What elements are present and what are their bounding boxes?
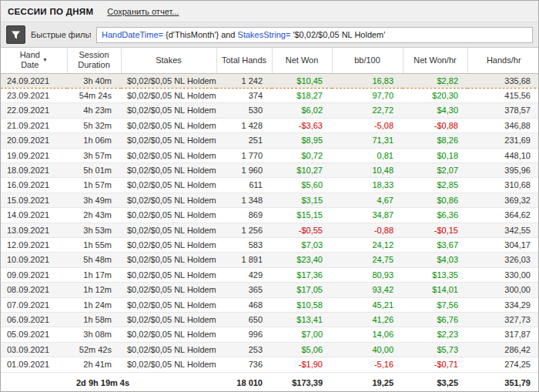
cell-net_won_hr: $4,03 [403, 253, 467, 267]
cell-net_won_hr: $20,30 [403, 88, 467, 102]
cell-duration: 1h 17m [67, 267, 121, 282]
cell-date: 18.09.2021 [1, 162, 67, 177]
cell-bb100: 14,06 [332, 327, 403, 342]
cell-date: 13.09.2021 [1, 223, 67, 237]
cell-duration: 2h 43m [67, 208, 121, 223]
cell-bb100: 80,93 [332, 267, 403, 282]
cell-duration: 1h 12m [67, 283, 121, 297]
cell-hands_hr: 274,25 [467, 357, 538, 372]
filter-expression-input[interactable]: HandDateTime= {d'ThisMonth'} and StakesS… [96, 27, 533, 43]
table-row[interactable]: 15.09.20213h 49m$0,02/$0,05 NL Holdem1 3… [1, 193, 538, 207]
column-header-5[interactable]: bb/100 [332, 48, 403, 73]
cell-date: 15.09.2021 [1, 193, 67, 207]
table-row[interactable]: 22.09.20214h 23m$0,02/$0,05 NL Holdem530… [1, 103, 538, 118]
cell-hands_hr: 415,56 [467, 88, 538, 102]
cell-bb100: 16,83 [332, 73, 403, 88]
table-row[interactable]: 01.09.20212h 41m$0,02/$0,05 NL Holdem736… [1, 357, 538, 372]
filter-button[interactable] [6, 25, 25, 44]
table-row[interactable]: 21.09.20215h 32m$0,02/$0,05 NL Holdem1 4… [1, 118, 538, 132]
totals-row: 2d 9h 19m 4s18 010$173,3919,25$3,25351,7… [1, 372, 538, 391]
table-row[interactable]: 16.09.20211h 57m$0,02/$0,05 NL Holdem611… [1, 178, 538, 193]
total-hands: 18 010 [216, 372, 272, 391]
cell-net_won: $0,72 [272, 148, 332, 162]
cell-stakes: $0,02/$0,05 NL Holdem [121, 73, 216, 88]
cell-bb100: 0,81 [332, 148, 403, 162]
save-report-link[interactable]: Сохранить отчет... [107, 7, 179, 16]
table-row[interactable]: 09.09.20211h 17m$0,02/$0,05 NL Holdem429… [1, 267, 538, 282]
total-bb100: 19,25 [332, 372, 403, 391]
table-row[interactable]: 13.09.20213h 53m$0,02/$0,05 NL Holdem1 2… [1, 223, 538, 237]
cell-hands_hr: 448,10 [467, 148, 538, 162]
column-header-1[interactable]: Session Duration [67, 48, 121, 73]
column-header-2[interactable]: Stakes [121, 48, 216, 73]
table-row[interactable]: 10.09.20215h 48m$0,02/$0,05 NL Holdem1 8… [1, 253, 538, 267]
cell-bb100: 34,87 [332, 208, 403, 223]
cell-net_won: $6,02 [272, 103, 332, 118]
column-header-4[interactable]: Net Won [272, 48, 332, 73]
table-row[interactable]: 08.09.20211h 12m$0,02/$0,05 NL Holdem365… [1, 283, 538, 297]
cell-duration: 1h 55m [67, 237, 121, 252]
cell-net_won_hr: $4,30 [403, 103, 467, 118]
cell-hands_hr: 364,62 [467, 208, 538, 223]
total-stakes [121, 372, 216, 391]
cell-hands_hr: 346,88 [467, 118, 538, 132]
filter-expression-part: {d'ThisMonth'} and [163, 30, 238, 39]
cell-hands: 869 [216, 208, 272, 223]
sort-desc-icon: ▼ [42, 57, 48, 62]
cell-stakes: $0,02/$0,05 NL Holdem [121, 208, 216, 223]
column-header-3[interactable]: Total Hands [216, 48, 272, 73]
cell-bb100: 93,42 [332, 283, 403, 297]
table-row[interactable]: 12.09.20211h 55m$0,02/$0,05 NL Holdem583… [1, 237, 538, 252]
cell-net_won_hr: $14,01 [403, 283, 467, 297]
cell-hands: 365 [216, 283, 272, 297]
cell-net_won_hr: $8,26 [403, 133, 467, 148]
cell-date: 20.09.2021 [1, 133, 67, 148]
cell-net_won_hr: -$0,88 [403, 118, 467, 132]
cell-bb100: 45,21 [332, 297, 403, 312]
cell-bb100: 24,12 [332, 237, 403, 252]
cell-date: 24.09.2021 [1, 73, 67, 88]
page-title: СЕССИИ ПО ДНЯМ [8, 7, 93, 16]
cell-hands: 1 242 [216, 73, 272, 88]
cell-date: 08.09.2021 [1, 283, 67, 297]
table-row[interactable]: 03.09.202152m 42s$0,02/$0,05 NL Holdem25… [1, 342, 538, 357]
cell-net_won_hr: $0,86 [403, 193, 467, 207]
cell-stakes: $0,02/$0,05 NL Holdem [121, 118, 216, 132]
cell-duration: 3h 57m [67, 148, 121, 162]
table-row[interactable]: 06.09.20211h 58m$0,02/$0,05 NL Holdem650… [1, 313, 538, 327]
cell-hands_hr: 310,68 [467, 178, 538, 193]
cell-duration: 1h 57m [67, 178, 121, 193]
table-row[interactable]: 07.09.20211h 24m$0,02/$0,05 NL Holdem468… [1, 297, 538, 312]
sessions-report-window: СЕССИИ ПО ДНЯМ Сохранить отчет... Быстры… [0, 0, 539, 392]
table-row[interactable]: 14.09.20212h 43m$0,02/$0,05 NL Holdem869… [1, 208, 538, 223]
table-body: 24.09.20213h 40m$0,02/$0,05 NL Holdem1 2… [1, 73, 538, 372]
table-row[interactable]: 18.09.20215h 01m$0,02/$0,05 NL Holdem1 9… [1, 162, 538, 177]
table-row[interactable]: 20.09.20211h 06m$0,02/$0,05 NL Holdem251… [1, 133, 538, 148]
cell-duration: 3h 08m [67, 327, 121, 342]
cell-hands_hr: 317,87 [467, 327, 538, 342]
cell-stakes: $0,02/$0,05 NL Holdem [121, 283, 216, 297]
cell-stakes: $0,02/$0,05 NL Holdem [121, 103, 216, 118]
column-header-0[interactable]: Hand Date▼ [1, 48, 67, 73]
column-header-7[interactable]: Hands/hr [467, 48, 538, 73]
quick-filter-bar: Быстрые фильт HandDateTime= {d'ThisMonth… [1, 22, 538, 48]
cell-date: 23.09.2021 [1, 88, 67, 102]
cell-hands: 736 [216, 357, 272, 372]
cell-bb100: -5,16 [332, 357, 403, 372]
cell-bb100: 24,75 [332, 253, 403, 267]
table-row[interactable]: 23.09.202154m 24s$0,02/$0,05 NL Holdem37… [1, 88, 538, 102]
cell-date: 07.09.2021 [1, 297, 67, 312]
sessions-table-container: Hand Date▼Session DurationStakesTotal Ha… [1, 48, 538, 391]
table-row[interactable]: 05.09.20213h 08m$0,02/$0,05 NL Holdem996… [1, 327, 538, 342]
cell-net_won_hr: $3,67 [403, 237, 467, 252]
filter-expression-part: '$0,02/$0,05 NL Holdem' [290, 30, 385, 39]
total-duration: 2d 9h 19m 4s [67, 372, 121, 391]
table-row[interactable]: 24.09.20213h 40m$0,02/$0,05 NL Holdem1 2… [1, 73, 538, 88]
table-row[interactable]: 19.09.20213h 57m$0,02/$0,05 NL Holdem1 7… [1, 148, 538, 162]
cell-net_won: -$1,90 [272, 357, 332, 372]
filter-expression-part: HandDateTime= [102, 30, 163, 39]
cell-hands_hr: 327,73 [467, 313, 538, 327]
cell-net_won: -$0,55 [272, 223, 332, 237]
cell-bb100: -5,08 [332, 118, 403, 132]
column-header-6[interactable]: Net Won/hr [403, 48, 467, 73]
